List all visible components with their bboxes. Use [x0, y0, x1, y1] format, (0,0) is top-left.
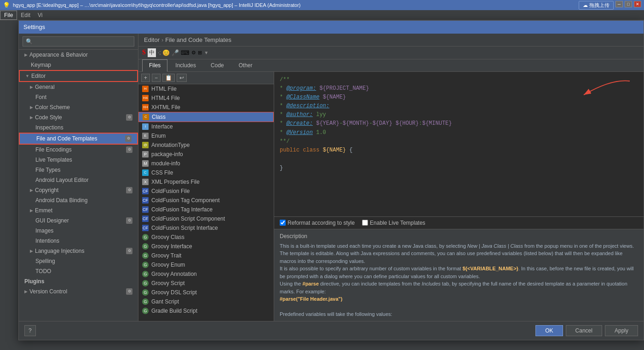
title-text: hgyq_app [E:\idea\hgyq_app] – …\src\main…	[13, 2, 301, 8]
minimize-button[interactable]: ─	[615, 1, 623, 7]
settings-overlay: Settings ▶Appearance & Behavior Keymap ▼…	[0, 10, 644, 20]
app-icon: 💡	[3, 2, 10, 9]
settings-dialog: Settings ▶Appearance & Behavior Keymap ▼…	[18, 20, 644, 21]
upload-button[interactable]: ☁ 拖拽上传	[579, 1, 614, 10]
title-bar-left: 💡 hgyq_app [E:\idea\hgyq_app] – …\src\ma…	[3, 2, 301, 9]
upload-icon: ☁	[583, 2, 588, 8]
title-bar: 💡 hgyq_app [E:\idea\hgyq_app] – …\src\ma…	[0, 0, 644, 10]
title-bar-right: ☁ 拖拽上传 ─ □ ✕	[579, 1, 641, 10]
close-button[interactable]: ✕	[634, 1, 641, 7]
maximize-button[interactable]: □	[625, 1, 632, 7]
